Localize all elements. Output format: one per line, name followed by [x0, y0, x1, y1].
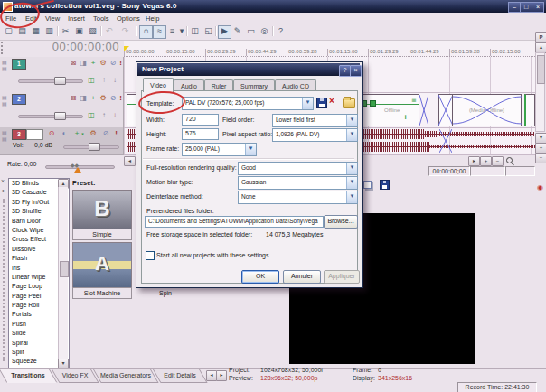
motion-blur-combobox[interactable]: Gaussian▼ — [238, 176, 358, 190]
track-number-badge[interactable]: 2 — [12, 94, 26, 105]
chevron-down-icon[interactable]: ▼ — [346, 163, 357, 174]
delete-template-icon[interactable]: × — [329, 96, 334, 106]
height-field[interactable]: 576 — [182, 128, 219, 140]
undo-icon[interactable]: ↶ — [103, 25, 115, 37]
ripple-dropdown-icon[interactable]: ▾ — [178, 25, 185, 37]
menu-tools[interactable]: Tools — [90, 14, 112, 23]
automation-gear-icon[interactable]: ⚙ — [89, 129, 98, 138]
pixel-aspect-combobox[interactable]: 1,0926 (PAL DV)▼ — [272, 128, 358, 142]
maximize-button[interactable]: □ — [520, 2, 532, 13]
render-quality-combobox[interactable]: Good▼ — [238, 162, 358, 175]
chevron-down-icon[interactable]: ▼ — [346, 177, 357, 189]
auto-ripple-icon[interactable]: ≈ — [153, 25, 166, 39]
solo-icon[interactable]: ! — [118, 94, 123, 103]
bypass-fx-icon[interactable]: ⊠ — [69, 59, 78, 68]
template-combobox[interactable]: PAL DV (720x576; 25,000 fps)▼ — [182, 97, 314, 110]
width-field[interactable]: 720 — [182, 114, 219, 126]
preview-copy-snapshot-icon[interactable] — [363, 181, 372, 189]
lock-envelopes-icon[interactable]: ≡ — [166, 25, 178, 37]
level-slider[interactable] — [18, 115, 83, 118]
open-template-folder-icon[interactable] — [343, 98, 355, 108]
audio-waveform[interactable] — [439, 132, 535, 136]
timeline-zoom-out-button[interactable]: − — [492, 156, 504, 166]
envelope-point[interactable] — [370, 100, 376, 107]
compositing-icon[interactable]: ◨ — [79, 59, 88, 68]
tab-transitions[interactable]: Transitions — [0, 369, 58, 383]
envelope-edit-tool-icon[interactable]: ✎ — [231, 25, 243, 37]
normal-edit-tool-icon[interactable]: ▶ — [218, 25, 231, 39]
cursor-timecode-display[interactable]: 00:00:00;00 — [7, 40, 119, 55]
close-button[interactable]: × — [532, 2, 544, 13]
audio-waveform[interactable] — [425, 131, 439, 137]
chevron-down-icon[interactable]: ▼ — [302, 98, 313, 109]
chevron-down-icon[interactable]: ▼ — [245, 144, 256, 155]
track-name-field[interactable] — [26, 129, 43, 140]
cancel-button[interactable]: Annuler — [283, 270, 321, 284]
timeline-zoom-in-button[interactable]: + — [480, 156, 492, 166]
zoom-tool-icon[interactable] — [506, 157, 513, 163]
deinterlace-combobox[interactable]: None▼ — [238, 191, 358, 204]
apply-button[interactable]: Appliquer — [324, 270, 360, 284]
track-number-badge[interactable]: 3 — [12, 129, 26, 140]
help-icon[interactable]: ? — [275, 25, 287, 37]
fx-dropdown-icon[interactable]: ▾ — [80, 129, 85, 138]
preset-name-spin[interactable]: Spin — [136, 287, 195, 299]
selection-end-cell[interactable] — [470, 166, 505, 176]
cut-icon[interactable]: ✂ — [60, 25, 71, 37]
level-slider-handle[interactable] — [54, 77, 66, 85]
ok-button[interactable]: OK — [241, 270, 279, 284]
copy-icon[interactable]: ▣ — [73, 25, 85, 37]
minimize-button[interactable]: – — [508, 2, 521, 13]
solo-icon[interactable]: ! — [118, 59, 123, 68]
menu-options[interactable]: Options — [114, 14, 143, 23]
level-slider-handle[interactable] — [54, 112, 66, 120]
expand-icon[interactable]: ↑ — [99, 111, 108, 120]
scrollbar-thumb[interactable] — [537, 55, 545, 84]
preset-name-simple[interactable]: Simple — [72, 229, 132, 240]
dialog-tab-video[interactable]: Video — [143, 78, 174, 92]
save-icon[interactable]: ▦ — [30, 25, 42, 37]
track-header-1[interactable]: ▤ ▤ 1 ⊠ ◨ + ⚙ ⊘ ! ◫ ↑ ↓ — [0, 57, 124, 93]
list-scrollbar[interactable] — [58, 187, 68, 359]
preset-thumbnail-slot-machine[interactable]: A — [72, 242, 132, 288]
panel-close-icon[interactable]: × — [1, 178, 5, 184]
prerendered-folder-field[interactable]: C:\Documents and Settings\ATOWM\Applicat… — [145, 216, 324, 228]
arm-record-icon[interactable]: ⊙ — [47, 129, 56, 138]
mute-icon[interactable]: ⊘ — [108, 59, 118, 68]
chevron-down-icon[interactable]: ▼ — [346, 191, 357, 203]
automation-gear-icon[interactable]: ⚙ — [99, 94, 108, 103]
menu-view[interactable]: View — [42, 14, 62, 23]
automation-gear-icon[interactable]: ⚙ — [99, 59, 108, 68]
preview-save-snapshot-icon[interactable] — [380, 180, 390, 190]
expand-icon[interactable]: ↑ — [99, 76, 108, 85]
track-header-2[interactable]: ▤ ▤ 2 ⊠ ◨ + ⚙ ⊘ ! ◫ ↑ ↓ — [0, 92, 124, 128]
compositing-icon[interactable]: ◨ — [79, 94, 88, 103]
mute-icon[interactable]: ⊘ — [101, 129, 110, 138]
hscroll-left-icon[interactable]: ◂ — [124, 156, 136, 166]
pan-icon[interactable]: ◐ — [60, 129, 69, 138]
hscroll-right-icon[interactable]: ▸ — [468, 156, 480, 166]
track-header-3-audio[interactable]: ▤ ▤ 3 ⊙ ◐ + ▾ ⚙ ⊘ ! Vol: 0,0 dB — [0, 127, 124, 155]
solo-icon[interactable]: ! — [114, 129, 118, 138]
chevron-down-icon[interactable]: ▼ — [346, 115, 357, 126]
track-fx-icon[interactable]: + — [89, 59, 98, 68]
bypass-fx-icon[interactable]: ⊠ — [69, 94, 78, 103]
mute-icon[interactable]: ⊘ — [108, 94, 118, 103]
frame-rate-combobox[interactable]: 25,000 (PAL)▼ — [182, 143, 257, 156]
timeline-ruler[interactable]: 00:00:00:0000:00:15:0000:00:29:2900:00:4… — [124, 41, 535, 57]
track-number-badge[interactable]: 1 — [12, 59, 26, 70]
redo-icon[interactable]: ↷ — [119, 25, 131, 37]
group-icon[interactable]: ◫ — [189, 25, 201, 37]
preview-record-icon[interactable]: ◉ — [537, 183, 543, 191]
tab-video-fx[interactable]: Video FX — [51, 369, 99, 383]
event-fx-plus-icon[interactable]: + — [403, 113, 408, 122]
dialog-title-bar[interactable]: New Project — [137, 63, 360, 76]
tab-media-generators[interactable]: Media Generators — [92, 369, 158, 383]
zoom-edit-tool-icon[interactable]: ◎ — [259, 25, 270, 37]
chevron-down-icon[interactable]: ▼ — [346, 129, 357, 141]
collapse-icon[interactable]: ↓ — [110, 111, 119, 120]
timecode-grip[interactable] — [1, 42, 5, 54]
snap-icon[interactable]: ∩ — [139, 25, 153, 39]
tab-edit-details[interactable]: Edit Details — [152, 369, 207, 383]
preset-thumbnail-simple[interactable]: B — [72, 190, 132, 230]
